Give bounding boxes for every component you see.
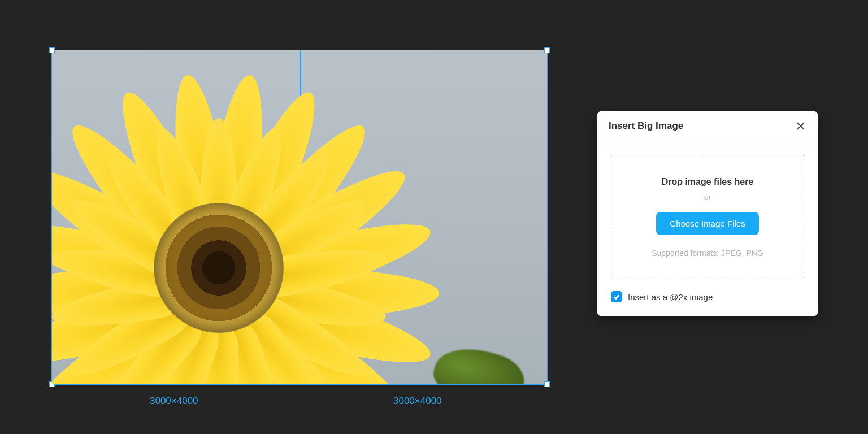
insert-big-image-dialog: Insert Big Image Drop image files here o…: [597, 111, 818, 316]
resize-handle-top-left[interactable]: [49, 47, 55, 53]
dialog-title: Insert Big Image: [609, 120, 683, 132]
close-icon: [796, 121, 805, 131]
insert-2x-checkbox[interactable]: [611, 291, 622, 302]
insert-2x-label: Insert as a @2x image: [628, 292, 713, 302]
supported-formats-text: Supported formats: JPEG, PNG: [623, 249, 792, 258]
close-button[interactable]: [795, 120, 806, 132]
image-content: [154, 203, 284, 333]
drop-zone[interactable]: Drop image files here or Choose Image Fi…: [611, 155, 804, 277]
image-content: [429, 340, 530, 384]
slice-dimension-right: 3000×4000: [393, 396, 442, 407]
drop-zone-title: Drop image files here: [623, 177, 792, 187]
resize-handle-top-right[interactable]: [544, 47, 550, 53]
dialog-header: Insert Big Image: [597, 111, 818, 141]
drop-zone-or: or: [623, 193, 792, 202]
image-preview: [52, 50, 547, 384]
resize-handle-bottom-right[interactable]: [544, 381, 550, 387]
image-selection[interactable]: [51, 50, 548, 385]
choose-image-files-button[interactable]: Choose Image Files: [656, 212, 758, 235]
slice-dimension-left: 3000×4000: [150, 396, 198, 407]
checkmark-icon: [613, 293, 620, 300]
